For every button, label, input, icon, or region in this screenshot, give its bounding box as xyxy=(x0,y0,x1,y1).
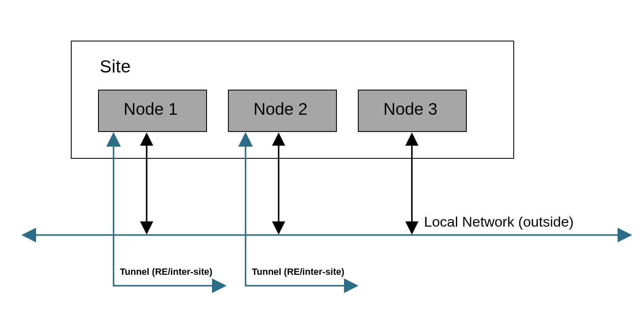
local-network-label: Local Network (outside) xyxy=(424,214,574,230)
diagram-canvas xyxy=(0,0,644,310)
site-label: Site xyxy=(100,57,131,77)
tunnel-1-label: Tunnel (RE/inter-site) xyxy=(120,266,212,277)
node1-label: Node 1 xyxy=(124,100,178,119)
node2-label: Node 2 xyxy=(253,100,308,119)
node3-label: Node 3 xyxy=(383,100,437,119)
tunnel-2-label: Tunnel (RE/inter-site) xyxy=(252,266,344,277)
